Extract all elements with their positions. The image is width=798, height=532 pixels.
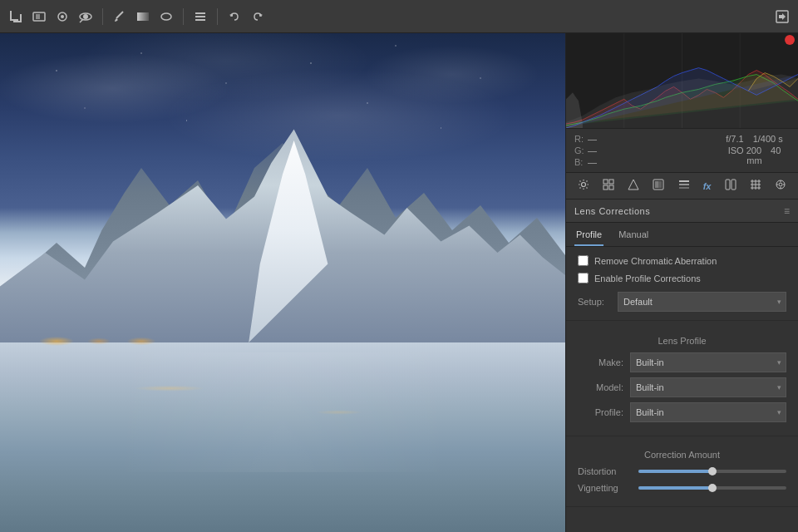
svg-point-9 bbox=[83, 14, 88, 19]
remove-chromatic-checkbox[interactable] bbox=[578, 255, 589, 266]
image-canvas[interactable] bbox=[0, 33, 565, 532]
brush-tool[interactable] bbox=[111, 7, 129, 26]
remove-chromatic-label[interactable]: Remove Chromatic Aberration bbox=[594, 256, 717, 266]
separator-1 bbox=[102, 8, 103, 25]
svg-rect-38 bbox=[679, 184, 689, 185]
separator-3 bbox=[217, 8, 218, 25]
profile-label: Profile: bbox=[578, 407, 623, 417]
panel-title: Lens Corrections bbox=[574, 206, 650, 216]
r-value: — bbox=[588, 134, 597, 144]
svg-rect-29 bbox=[603, 180, 608, 184]
model-row: Model: Built-in ▾ bbox=[578, 377, 786, 397]
city-lights bbox=[28, 335, 170, 347]
water-reflection bbox=[0, 352, 565, 472]
vignetting-slider-track[interactable] bbox=[638, 486, 786, 490]
b-label: B: bbox=[574, 157, 584, 167]
svg-rect-35 bbox=[655, 181, 658, 188]
svg-rect-39 bbox=[679, 187, 689, 189]
svg-rect-36 bbox=[658, 181, 662, 188]
distortion-label: Distortion bbox=[578, 466, 632, 476]
panel-tabs: Profile Manual bbox=[566, 223, 798, 247]
distortion-thumb[interactable] bbox=[708, 467, 717, 475]
svg-rect-40 bbox=[726, 180, 730, 190]
module-icon-calibration[interactable] bbox=[722, 175, 740, 196]
svg-marker-33 bbox=[628, 180, 638, 190]
svg-point-49 bbox=[779, 183, 782, 186]
vignetting-row: Vignetting bbox=[578, 483, 786, 493]
lens-profile-title: Lens Profile bbox=[578, 329, 786, 352]
module-icons-bar: fx bbox=[566, 173, 798, 200]
svg-rect-30 bbox=[609, 180, 613, 184]
export-icon[interactable] bbox=[773, 7, 791, 26]
r-label: R: bbox=[574, 134, 584, 144]
svg-rect-41 bbox=[732, 180, 736, 190]
make-row: Make: Built-in ▾ bbox=[578, 352, 786, 372]
module-icon-hsl[interactable] bbox=[675, 175, 693, 196]
spot-removal-tool[interactable] bbox=[53, 7, 71, 26]
gradient-filter-tool[interactable] bbox=[134, 7, 152, 26]
correction-amount-section: Correction Amount Distortion Vignetting bbox=[566, 436, 798, 507]
enable-profile-label[interactable]: Enable Profile Corrections bbox=[594, 273, 701, 283]
setup-select[interactable]: Default bbox=[618, 292, 786, 312]
module-icon-detail[interactable] bbox=[746, 175, 765, 196]
g-label: G: bbox=[574, 145, 584, 155]
aspect-ratio-tool[interactable] bbox=[30, 7, 48, 26]
profile-select[interactable]: Built-in bbox=[630, 402, 786, 422]
crop-tool[interactable] bbox=[7, 7, 25, 26]
svg-marker-20 bbox=[779, 13, 786, 20]
separator-2 bbox=[183, 8, 184, 25]
panel-menu-icon[interactable]: ≡ bbox=[784, 205, 790, 217]
make-label: Make: bbox=[578, 357, 623, 367]
module-icon-fx[interactable]: fx bbox=[700, 178, 715, 195]
svg-rect-5 bbox=[36, 14, 40, 19]
panel-header: Lens Corrections ≡ bbox=[566, 200, 798, 223]
svg-rect-37 bbox=[679, 180, 689, 182]
main-image bbox=[0, 33, 565, 532]
model-label: Model: bbox=[578, 382, 623, 392]
redo-tool[interactable] bbox=[249, 7, 267, 26]
make-select-wrapper: Built-in ▾ bbox=[630, 352, 786, 372]
main-area: R: — G: — B: — f/7.1 1/400 s bbox=[0, 33, 798, 532]
svg-rect-32 bbox=[609, 185, 613, 190]
svg-line-11 bbox=[116, 12, 123, 18]
setup-label: Setup: bbox=[578, 297, 611, 307]
undo-tool[interactable] bbox=[225, 7, 244, 26]
water-area bbox=[0, 332, 565, 532]
module-icon-tone[interactable] bbox=[624, 175, 643, 196]
distortion-slider-track[interactable] bbox=[638, 470, 786, 473]
module-icon-color[interactable] bbox=[649, 175, 667, 196]
svg-rect-15 bbox=[195, 16, 205, 17]
iso-value: ISO 200 bbox=[728, 145, 761, 155]
vignetting-label: Vignetting bbox=[578, 483, 632, 493]
list-icon[interactable] bbox=[191, 7, 209, 26]
exposure-info: R: — G: — B: — f/7.1 1/400 s bbox=[566, 129, 798, 173]
enable-profile-checkbox[interactable] bbox=[578, 273, 589, 283]
shutter-value: 1/400 s bbox=[753, 134, 783, 144]
svg-rect-31 bbox=[603, 185, 608, 190]
svg-rect-12 bbox=[137, 12, 149, 21]
svg-rect-16 bbox=[195, 19, 205, 21]
distortion-fill bbox=[638, 470, 712, 473]
radial-filter-tool[interactable] bbox=[157, 7, 175, 26]
histogram bbox=[566, 33, 798, 129]
model-select-wrapper: Built-in ▾ bbox=[630, 377, 786, 397]
right-panel: R: — G: — B: — f/7.1 1/400 s bbox=[565, 33, 798, 532]
vignetting-thumb[interactable] bbox=[708, 484, 717, 492]
redeye-tool[interactable] bbox=[76, 7, 95, 26]
svg-rect-14 bbox=[195, 12, 205, 14]
setup-select-wrapper: Default ▾ bbox=[618, 292, 786, 312]
aperture-value: f/7.1 bbox=[726, 134, 743, 144]
tab-manual[interactable]: Manual bbox=[617, 226, 650, 246]
panel-content[interactable]: Remove Chromatic Aberration Enable Profi… bbox=[566, 247, 798, 532]
vignetting-fill bbox=[638, 486, 712, 490]
checkboxes-section: Remove Chromatic Aberration Enable Profi… bbox=[566, 247, 798, 321]
module-icon-settings[interactable] bbox=[574, 175, 593, 196]
module-icon-optics[interactable] bbox=[771, 175, 790, 196]
tab-profile[interactable]: Profile bbox=[574, 226, 603, 246]
correction-amount-title: Correction Amount bbox=[578, 443, 786, 466]
make-select[interactable]: Built-in bbox=[630, 352, 786, 372]
toolbar bbox=[0, 0, 798, 33]
model-select[interactable]: Built-in bbox=[630, 377, 786, 397]
svg-point-28 bbox=[582, 183, 586, 187]
module-icon-grid[interactable] bbox=[599, 175, 618, 196]
